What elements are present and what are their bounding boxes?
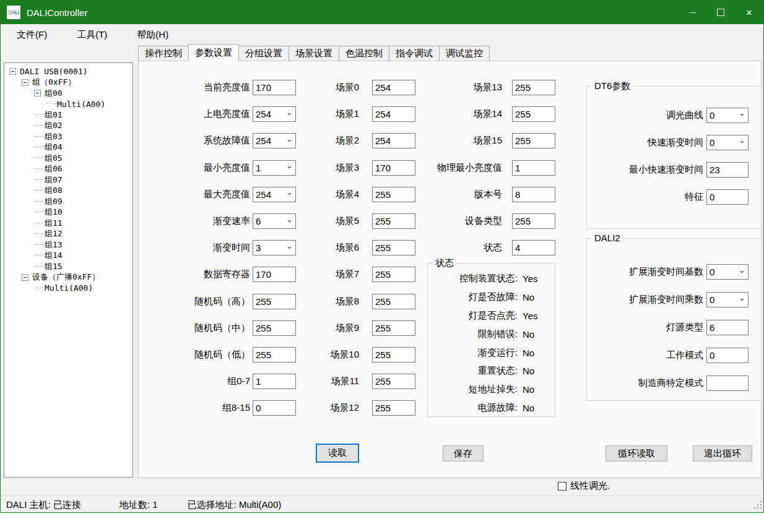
tree-item[interactable]: 组10 — [4, 207, 132, 218]
tab[interactable]: 色温控制 — [339, 46, 389, 61]
loop-read-button[interactable]: 循环读取 — [606, 445, 667, 461]
param-input[interactable]: 1 ⌄ — [253, 160, 296, 176]
tree-item[interactable]: Multi(A00) — [4, 99, 132, 110]
tree-item[interactable]: 组13 — [4, 239, 132, 251]
scene-input[interactable]: 255 — [372, 400, 415, 416]
tab[interactable]: 操作控制 — [138, 46, 189, 61]
param-input[interactable]: 255 ⌄ — [253, 347, 296, 363]
collapse-icon[interactable] — [22, 79, 28, 86]
tab[interactable]: 调试监控 — [439, 46, 490, 61]
param-input[interactable]: 254 ⌄ — [253, 133, 296, 148]
close-button[interactable]: ✕ — [735, 1, 763, 24]
tree-item[interactable]: 组06 — [4, 164, 132, 175]
read-button[interactable]: 读取 — [316, 444, 359, 463]
chevron-down-icon[interactable]: ⌄ — [739, 295, 745, 301]
menu-item[interactable]: 工具(T) — [68, 27, 116, 43]
chevron-down-icon[interactable]: ⌄ — [286, 189, 293, 195]
chevron-down-icon[interactable]: ⌄ — [286, 163, 293, 169]
tree-item[interactable]: 组14 — [4, 251, 132, 262]
param-input[interactable]: 255 — [512, 80, 555, 95]
param-input[interactable]: 8 — [512, 187, 555, 202]
param-input[interactable]: 255 — [512, 213, 555, 229]
tab[interactable]: 指令调试 — [389, 46, 440, 61]
param-input[interactable]: 255 ⌄ — [253, 320, 296, 336]
app-icon: DALI — [7, 6, 20, 19]
save-button[interactable]: 保存 — [443, 445, 484, 461]
dt6-input[interactable]: 0 ⌄ — [706, 135, 749, 150]
tree-item[interactable]: DALI USB(0001) — [4, 66, 132, 77]
chevron-down-icon[interactable]: ⌄ — [739, 137, 745, 144]
dt6-input[interactable]: 0 ⌄ — [706, 189, 749, 205]
minimize-button[interactable] — [678, 1, 706, 24]
scene-input[interactable]: 255 — [372, 347, 415, 363]
exit-loop-button[interactable]: 退出循环 — [693, 445, 752, 461]
param-input[interactable]: 170 ⌄ — [253, 80, 296, 95]
menu-item[interactable]: 帮助(H) — [128, 27, 177, 43]
tree-item[interactable]: 组01 — [4, 109, 132, 121]
collapse-icon[interactable] — [22, 274, 28, 281]
dt6-input[interactable]: 0 ⌄ — [706, 108, 749, 123]
tree-item[interactable]: 组09 — [4, 196, 132, 207]
param-input[interactable]: 0 ⌄ — [253, 400, 296, 416]
param-input[interactable]: 4 — [512, 240, 555, 255]
scene-input[interactable]: 255 — [372, 374, 415, 389]
scene-input[interactable]: 254 — [372, 133, 415, 148]
status-bar: DALI 主机: 已连接 地址数: 1 已选择地址: Multi(A00) — [1, 496, 764, 513]
scene-input[interactable]: 255 — [372, 320, 415, 336]
tree-item[interactable]: 组02 — [4, 121, 132, 132]
chevron-down-icon[interactable]: ⌄ — [286, 243, 293, 249]
collapse-icon[interactable] — [9, 68, 16, 75]
tree-item[interactable]: 组12 — [4, 229, 132, 240]
param-input[interactable]: 1 ⌄ — [253, 374, 296, 389]
tree-item[interactable]: 组00 — [4, 88, 132, 99]
param-input[interactable]: 254 ⌄ — [253, 106, 296, 122]
tree-item[interactable]: 组（0xFF） — [4, 77, 132, 88]
maximize-button[interactable] — [706, 1, 735, 24]
param-input[interactable]: 255 — [512, 133, 555, 148]
tab[interactable]: 分组设置 — [238, 46, 289, 61]
tree-item[interactable]: 组15 — [4, 261, 132, 272]
chevron-down-icon[interactable]: ⌄ — [286, 136, 293, 142]
status-row: 电源故障: No — [428, 399, 550, 418]
chevron-down-icon[interactable]: ⌄ — [286, 217, 293, 223]
param-input[interactable]: 1 — [512, 160, 555, 176]
dali2-input[interactable]: 0 ⌄ — [706, 292, 749, 307]
dali2-input[interactable]: 0 ⌄ — [706, 264, 749, 280]
menu-item[interactable]: 文件(F) — [8, 27, 56, 43]
collapse-icon[interactable] — [34, 90, 41, 97]
tree-item[interactable]: 组04 — [4, 142, 132, 153]
dt6-input[interactable]: 23 ⌄ — [706, 162, 749, 178]
tree-item[interactable]: 组05 — [4, 153, 132, 164]
scene-input[interactable]: 255 — [372, 213, 415, 229]
param-input[interactable]: 255 ⌄ — [253, 294, 296, 309]
scene-input[interactable]: 255 — [372, 294, 415, 309]
param-input[interactable]: 254 ⌄ — [253, 187, 296, 202]
param-input[interactable]: 170 ⌄ — [253, 267, 296, 282]
dali2-groupbox: DALI2 扩展渐变时间基数 0 ⌄ 扩展渐变时间乘数 0 ⌄ — [586, 238, 762, 401]
dali2-input[interactable]: 6 ⌄ — [706, 320, 749, 335]
scene-input[interactable]: 254 — [372, 106, 415, 122]
tree-item[interactable]: 组08 — [4, 186, 132, 197]
param-input[interactable]: 6 ⌄ — [253, 213, 296, 229]
resize-grip[interactable] — [753, 501, 762, 510]
dali2-input[interactable]: 0 ⌄ — [706, 348, 749, 363]
chevron-down-icon[interactable]: ⌄ — [286, 109, 293, 116]
checkbox-icon[interactable] — [558, 482, 566, 491]
tree-item[interactable]: 组11 — [4, 218, 132, 229]
tab[interactable]: 场景设置 — [289, 46, 339, 61]
scene-input[interactable]: 254 — [372, 80, 415, 95]
dali2-input[interactable]: ⌄ — [706, 375, 749, 391]
tree-item[interactable]: 设备（广播0xFF） — [4, 272, 132, 283]
param-input[interactable]: 3 ⌄ — [253, 240, 296, 255]
param-input[interactable]: 255 — [512, 106, 555, 122]
chevron-down-icon[interactable]: ⌄ — [739, 110, 745, 116]
scene-input[interactable]: 170 — [372, 160, 415, 176]
scene-input[interactable]: 255 — [372, 240, 415, 255]
tree-item[interactable]: 组03 — [4, 131, 132, 142]
scene-input[interactable]: 255 — [372, 187, 415, 202]
tree-item[interactable]: 组07 — [4, 174, 132, 186]
chevron-down-icon[interactable]: ⌄ — [739, 267, 745, 273]
tab[interactable]: 参数设置 — [188, 44, 239, 61]
tree-item[interactable]: Multi(A00) — [4, 283, 132, 294]
scene-input[interactable]: 255 — [372, 267, 415, 282]
